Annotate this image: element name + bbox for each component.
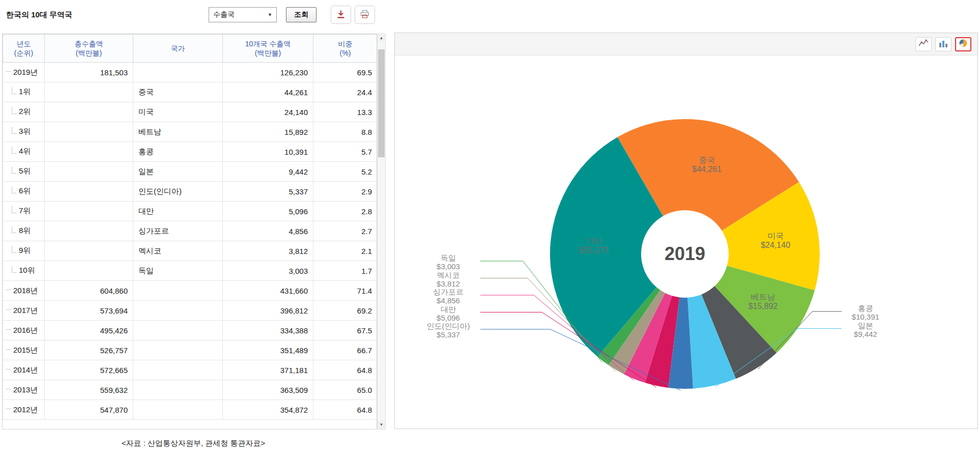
cell-total-export xyxy=(45,202,133,221)
cell-top10-export: 334,388 xyxy=(223,321,313,340)
line-chart-button[interactable] xyxy=(915,37,932,51)
cell-year: 2013년 xyxy=(3,380,45,400)
table-row[interactable]: 6위인도(인디아)5,3372.9 xyxy=(3,182,378,202)
cell-country: 멕시코 xyxy=(133,241,223,261)
slice-label-베트남: 베트남$15,892 xyxy=(748,293,778,310)
tree-branch-icon xyxy=(12,246,16,253)
cell-country: 싱가포르 xyxy=(133,221,223,241)
table-row[interactable]: 1위중국44,26124.4 xyxy=(3,82,378,102)
cell-share: 5.7 xyxy=(313,142,378,162)
cell-top10-export: 396,812 xyxy=(223,301,313,321)
table-row[interactable]: 2019년181,503126,23069.5 xyxy=(3,63,378,82)
cell-total-export: 559,632 xyxy=(45,380,133,400)
cell-share: 8.8 xyxy=(313,122,378,142)
cell-year: 2015년 xyxy=(3,340,45,360)
tree-branch-icon xyxy=(12,226,16,233)
cell-total-export xyxy=(45,162,133,182)
tree-branch-icon xyxy=(6,309,11,310)
table-row[interactable]: 5위일본9,4425.2 xyxy=(3,162,378,182)
tree-branch-icon xyxy=(12,88,16,94)
table-header-row: 년도 (순위) 총수출액 (백만불) 국가 10개국 수출액 (백만불) 비중 … xyxy=(3,35,378,63)
cell-share: 66.7 xyxy=(313,340,378,360)
download-button[interactable] xyxy=(331,6,351,24)
cell-top10-export: 9,442 xyxy=(223,162,313,182)
cell-country xyxy=(133,301,223,321)
cell-total-export: 604,860 xyxy=(45,281,133,301)
table-row[interactable]: 2018년604,860431,66071.4 xyxy=(3,281,378,301)
cell-share: 71.4 xyxy=(313,281,378,301)
chart-body: 독일$3,003멕시코$3,812싱가포르$4,856대만$5,096인도(인디… xyxy=(395,55,977,428)
table-row[interactable]: 2017년573,694396,81269.2 xyxy=(3,301,378,321)
print-button[interactable] xyxy=(355,6,375,24)
bar-chart-button[interactable] xyxy=(935,37,952,51)
slice-label-대만: 대만$5,096 xyxy=(437,305,460,322)
table-row[interactable]: 4위홍콩10,3915.7 xyxy=(3,142,378,162)
table-scrollbar[interactable]: ▲ ▼ xyxy=(377,34,386,430)
scroll-down-icon[interactable]: ▼ xyxy=(378,421,385,429)
table-row[interactable]: 10위독일3,0031.7 xyxy=(3,261,378,281)
cell-country xyxy=(133,63,223,82)
tree-branch-icon xyxy=(12,147,16,154)
data-source-note: <자료 : 산업통상자원부, 관세청 통관자료> xyxy=(0,439,387,448)
cell-share: 69.5 xyxy=(313,63,378,82)
tree-branch-icon xyxy=(12,127,16,134)
slice-label-일본: 일본$9,442 xyxy=(854,321,877,338)
cell-share: 2.8 xyxy=(313,202,378,221)
pie-chart-button[interactable] xyxy=(955,37,971,51)
cell-total-export xyxy=(45,261,133,281)
table-row[interactable]: 2013년559,632363,50965.0 xyxy=(3,380,378,400)
tree-branch-icon xyxy=(12,207,16,213)
query-button[interactable]: 조회 xyxy=(286,7,316,22)
bar-chart-icon xyxy=(938,39,948,49)
scroll-up-icon[interactable]: ▲ xyxy=(378,34,385,42)
table-row[interactable]: 7위대만5,0962.8 xyxy=(3,202,378,221)
table-row[interactable]: 2016년495,426334,38867.5 xyxy=(3,321,378,340)
table-row[interactable]: 9위멕시코3,8122.1 xyxy=(3,241,378,261)
slice-label-싱가포르: 싱가포르$4,856 xyxy=(433,288,464,305)
cell-total-export: 181,503 xyxy=(45,63,133,82)
scrollbar-thumb[interactable] xyxy=(378,49,385,157)
cell-share: 2.7 xyxy=(313,221,378,241)
tree-branch-icon xyxy=(6,329,11,330)
cell-year: 2017년 xyxy=(3,301,45,321)
table-row[interactable]: 2015년526,757351,48966.7 xyxy=(3,340,378,360)
tree-branch-icon xyxy=(6,409,11,409)
tree-branch-icon xyxy=(6,369,11,369)
cell-total-export: 572,665 xyxy=(45,360,133,380)
app-window: 한국의 10대 무역국 수출국 ▼ 조회 xyxy=(0,0,980,457)
cell-top10-export: 431,660 xyxy=(223,281,313,301)
col-header-total-export: 총수출액 (백만불) xyxy=(45,35,133,63)
donut-center-year: 2019 xyxy=(665,243,705,264)
download-icon xyxy=(336,9,346,21)
cell-rank: 3위 xyxy=(3,122,45,142)
cell-top10-export: 354,872 xyxy=(223,400,313,420)
cell-rank: 9위 xyxy=(3,241,45,261)
cell-top10-export: 126,230 xyxy=(223,63,313,82)
cell-share: 2.1 xyxy=(313,241,378,261)
cell-year: 2014년 xyxy=(3,360,45,380)
line-chart-icon xyxy=(918,39,929,49)
table-row[interactable]: 3위베트남15,8928.8 xyxy=(3,122,378,142)
table-row[interactable]: 8위싱가포르4,8562.7 xyxy=(3,221,378,241)
cell-share: 5.2 xyxy=(313,162,378,182)
table-row[interactable]: 2위미국24,14013.3 xyxy=(3,102,378,122)
slice-label-독일: 독일$3,003 xyxy=(437,253,460,271)
cell-total-export: 495,426 xyxy=(45,321,133,340)
cell-total-export xyxy=(45,82,133,102)
cell-share: 2.9 xyxy=(313,182,378,202)
cell-year: 2019년 xyxy=(3,63,45,82)
tree-branch-icon xyxy=(12,107,16,114)
table-row[interactable]: 2012년547,870354,87264.8 xyxy=(3,400,378,420)
cell-rank: 4위 xyxy=(3,142,45,162)
cell-rank: 1위 xyxy=(3,82,45,102)
print-icon xyxy=(360,9,370,21)
cell-share: 64.8 xyxy=(313,400,378,420)
cell-top10-export: 351,489 xyxy=(223,340,313,360)
cell-country: 독일 xyxy=(133,261,223,281)
trade-direction-select[interactable]: 수출국 ▼ xyxy=(209,7,277,22)
cell-share: 64.8 xyxy=(313,360,378,380)
cell-share: 1.7 xyxy=(313,261,378,281)
cell-country xyxy=(133,400,223,420)
table-row[interactable]: 2014년572,665371,18164.8 xyxy=(3,360,378,380)
cell-rank: 6위 xyxy=(3,182,45,202)
